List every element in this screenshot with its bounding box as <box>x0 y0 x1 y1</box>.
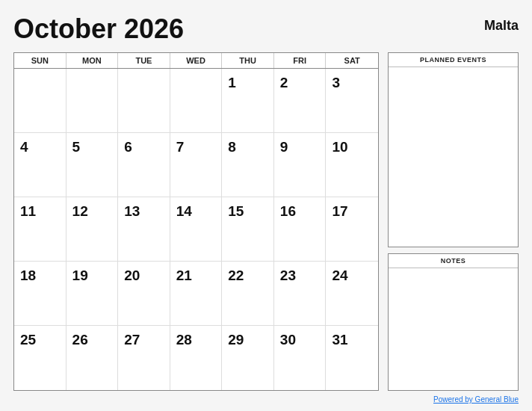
day-header: TUE <box>118 53 170 68</box>
notes-content <box>389 268 518 390</box>
calendar-cell: 25 <box>14 326 66 390</box>
calendar-cell: 23 <box>274 262 327 326</box>
calendar-cell: 24 <box>326 262 378 326</box>
calendar-cell: 8 <box>222 133 274 197</box>
planned-events-content <box>389 67 518 247</box>
calendar-cell: 7 <box>170 133 223 197</box>
calendar-cell <box>66 69 119 133</box>
calendar-cell: 16 <box>274 197 327 262</box>
day-header: MON <box>66 53 119 68</box>
calendar-cell: 28 <box>170 326 223 390</box>
planned-events-box: PLANNED EVENTS <box>388 52 519 247</box>
country-title: Malta <box>484 13 519 34</box>
calendar-cell: 26 <box>66 326 119 390</box>
calendar-cell: 12 <box>66 197 119 262</box>
day-header: SUN <box>14 53 66 68</box>
calendar-cell: 30 <box>274 326 327 390</box>
notes-box: NOTES <box>388 253 519 391</box>
planned-events-title: PLANNED EVENTS <box>389 53 518 67</box>
calendar-cell: 4 <box>14 133 66 197</box>
day-header: THU <box>222 53 274 68</box>
calendar-cell <box>118 69 170 133</box>
header-row: October 2026 Malta <box>13 13 519 45</box>
month-title: October 2026 <box>13 13 184 45</box>
calendar-cell: 27 <box>118 326 170 390</box>
day-headers: SUNMONTUEWEDTHUFRISAT <box>14 53 378 69</box>
calendar-cell: 3 <box>326 69 378 133</box>
calendar-grid: 1234567891011121314151617181920212223242… <box>14 69 378 390</box>
day-header: FRI <box>274 53 327 68</box>
calendar-cell: 14 <box>170 197 223 262</box>
calendar-cell: 29 <box>222 326 274 390</box>
calendar-page: October 2026 Malta SUNMONTUEWEDTHUFRISAT… <box>0 0 532 411</box>
calendar-section: SUNMONTUEWEDTHUFRISAT 123456789101112131… <box>13 52 379 391</box>
calendar-cell: 17 <box>326 197 378 262</box>
notes-title: NOTES <box>389 254 518 268</box>
calendar-cell: 2 <box>274 69 327 133</box>
calendar-cell <box>14 69 66 133</box>
calendar-cell: 1 <box>222 69 274 133</box>
calendar-cell: 18 <box>14 262 66 326</box>
calendar-cell: 20 <box>118 262 170 326</box>
calendar-cell <box>170 69 223 133</box>
footer: Powered by General Blue <box>13 395 519 404</box>
footer-link[interactable]: Powered by General Blue <box>433 395 519 404</box>
calendar-cell: 15 <box>222 197 274 262</box>
calendar-cell: 5 <box>66 133 119 197</box>
calendar-cell: 10 <box>326 133 378 197</box>
calendar-cell: 9 <box>274 133 327 197</box>
calendar-cell: 11 <box>14 197 66 262</box>
calendar-cell: 19 <box>66 262 119 326</box>
right-section: PLANNED EVENTS NOTES <box>388 52 519 391</box>
calendar-cell: 22 <box>222 262 274 326</box>
calendar-cell: 6 <box>118 133 170 197</box>
main-area: SUNMONTUEWEDTHUFRISAT 123456789101112131… <box>13 52 519 391</box>
day-header: WED <box>170 53 223 68</box>
calendar-cell: 13 <box>118 197 170 262</box>
calendar-cell: 21 <box>170 262 223 326</box>
calendar-cell: 31 <box>326 326 378 390</box>
day-header: SAT <box>326 53 378 68</box>
